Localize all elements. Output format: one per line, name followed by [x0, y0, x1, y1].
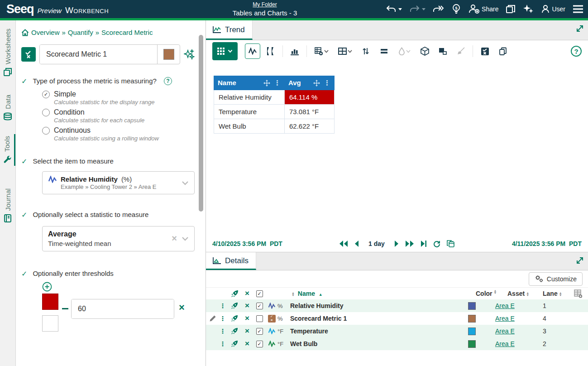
sort-button[interactable]	[358, 43, 373, 59]
asset-link[interactable]: Area E	[495, 340, 515, 347]
radio-condition-control[interactable]	[42, 109, 50, 116]
row-checkbox[interactable]: ✓	[256, 341, 263, 347]
radio-simple-control[interactable]: ✓	[42, 91, 50, 98]
edit-pencil-icon[interactable]	[208, 315, 218, 322]
color-column-header[interactable]: Color▲▼	[476, 290, 507, 297]
chevron-down-icon[interactable]	[182, 236, 189, 241]
customize-button[interactable]: Customize	[529, 272, 583, 286]
remove-column-icon[interactable]: ×	[241, 289, 253, 298]
range-end[interactable]: 4/11/2025 3:56 PM PDT	[512, 240, 582, 247]
table-builder-dropdown-button[interactable]	[212, 42, 238, 60]
table-row[interactable]: Wet Bulb 62.622 °F	[214, 119, 335, 134]
move-icon[interactable]	[313, 80, 320, 87]
statistic-select[interactable]: Average Time-weighted mean ×	[42, 226, 195, 251]
radio-continuous[interactable]: Continuous	[42, 126, 195, 135]
detail-row-wet-bulb[interactable]: ⋮ × ✓ °F Wet Bulb Area E 2	[206, 337, 588, 350]
remove-item-icon[interactable]: ×	[241, 301, 253, 310]
help-question-icon[interactable]: ?	[164, 77, 172, 85]
metric-name-input[interactable]	[40, 45, 157, 64]
lane-column-header[interactable]: Lane▲▼	[543, 290, 568, 297]
compare-button[interactable]	[376, 43, 392, 59]
asset-navigate-column-icon[interactable]	[228, 290, 241, 298]
step-forward-icon[interactable]	[394, 241, 399, 247]
sidebar-item-tools[interactable]: Tools	[0, 134, 15, 166]
metric-color-swatch[interactable]	[163, 49, 174, 60]
asset-link[interactable]: Area E	[495, 315, 515, 322]
copy-button[interactable]	[495, 43, 511, 59]
detail-row-temperature[interactable]: ⋮ × ✓ °F Temperature Area E 3	[206, 325, 588, 337]
forward-share-button[interactable]	[433, 5, 445, 13]
copy-range-icon[interactable]	[447, 240, 455, 248]
step-to-end-icon[interactable]	[421, 241, 427, 247]
breadcrumb-overview[interactable]: Overview	[31, 29, 60, 36]
rocket-icon[interactable]	[228, 302, 241, 309]
tab-trend[interactable]: Trend	[206, 20, 253, 40]
refresh-icon[interactable]	[433, 240, 440, 247]
row-menu-icon[interactable]: ⋮	[218, 340, 228, 347]
metric-color-picker[interactable]	[157, 45, 180, 64]
add-threshold-button[interactable]	[42, 282, 52, 292]
asset-link[interactable]: Area E	[495, 327, 515, 335]
remove-item-icon[interactable]: ×	[241, 339, 253, 348]
table-row[interactable]: Temperature 73.081 °F	[214, 105, 335, 119]
duration-label[interactable]: 1 day	[365, 240, 388, 247]
windows-button[interactable]	[506, 5, 516, 14]
expand-trend-icon[interactable]	[575, 24, 584, 33]
column-menu-icon[interactable]: ⋮	[324, 79, 330, 87]
rocket-icon[interactable]	[228, 327, 241, 335]
step-back-icon[interactable]	[354, 241, 359, 247]
item-select[interactable]: Relative Humidity (%) Example » Cooling …	[42, 171, 195, 194]
my-folder-link[interactable]: My Folder	[253, 1, 277, 8]
row-color-swatch[interactable]	[468, 315, 476, 323]
row-color-swatch[interactable]	[468, 302, 476, 310]
metric-button[interactable]	[477, 43, 492, 59]
chevron-down-icon[interactable]	[182, 181, 189, 185]
row-menu-icon[interactable]: ⋮	[218, 315, 228, 322]
eraser-button[interactable]	[453, 43, 468, 59]
detail-row-scorecard-metric[interactable]: ⋮ × ✓× % Scorecard Metric 1 Area E 4	[206, 312, 588, 325]
breadcrumb-quantify[interactable]: Quantify	[68, 29, 93, 36]
grid-table-dropdown-button[interactable]	[335, 43, 355, 59]
sidebar-item-journal[interactable]: Journal	[0, 187, 15, 225]
row-checkbox[interactable]	[256, 315, 263, 322]
expand-details-icon[interactable]	[575, 256, 584, 265]
remove-item-icon[interactable]: ×	[241, 314, 253, 323]
bar-chart-toggle-button[interactable]	[287, 43, 302, 59]
row-checkbox[interactable]: ✓	[256, 328, 263, 335]
sidebar-item-worksheets[interactable]: Worksheets	[0, 27, 15, 78]
threshold-color-swatch[interactable]	[42, 294, 58, 310]
detail-row-relative-humidity[interactable]: ⋮ × ✓ % Relative Humidity Area E 1	[206, 299, 588, 312]
radio-simple[interactable]: ✓ Simple	[42, 90, 195, 98]
row-menu-icon[interactable]: ⋮	[218, 302, 228, 309]
add-column-icon[interactable]	[568, 289, 588, 298]
droplet-dropdown-button[interactable]	[394, 43, 414, 59]
row-checkbox[interactable]: ✓	[256, 303, 263, 309]
step-back-fast-icon[interactable]	[339, 241, 348, 247]
column-header-avg[interactable]: Avg ⋮	[285, 76, 335, 90]
capsules-toggle-button[interactable]	[263, 43, 278, 59]
bring-to-front-button[interactable]	[435, 43, 450, 59]
ai-assistant-button[interactable]	[523, 4, 534, 14]
rocket-icon[interactable]	[228, 315, 241, 322]
radio-continuous-control[interactable]	[42, 127, 50, 135]
main-menu-button[interactable]	[573, 5, 583, 13]
clear-statistic-icon[interactable]: ×	[172, 233, 177, 244]
radio-condition[interactable]: Condition	[42, 108, 195, 116]
dimensions-button[interactable]	[417, 43, 432, 59]
row-color-swatch[interactable]	[468, 327, 476, 335]
help-button[interactable]: ?	[571, 46, 582, 57]
column-header-name[interactable]: Name ⋮	[214, 76, 285, 90]
move-icon[interactable]	[263, 80, 270, 87]
row-color-swatch[interactable]	[468, 340, 476, 348]
tab-details[interactable]: Details	[206, 252, 256, 270]
undo-button[interactable]	[386, 5, 402, 13]
table-add-dropdown-button[interactable]	[311, 43, 332, 59]
user-menu-button[interactable]: User	[541, 5, 565, 14]
share-button[interactable]: Share	[468, 5, 498, 14]
column-menu-icon[interactable]: ⋮	[274, 79, 281, 87]
remove-item-icon[interactable]: ×	[241, 327, 253, 336]
rocket-icon[interactable]	[228, 340, 241, 347]
panel-scrollbar[interactable]	[199, 35, 203, 212]
redo-button[interactable]	[409, 5, 425, 13]
asset-link[interactable]: Area E	[495, 302, 515, 309]
